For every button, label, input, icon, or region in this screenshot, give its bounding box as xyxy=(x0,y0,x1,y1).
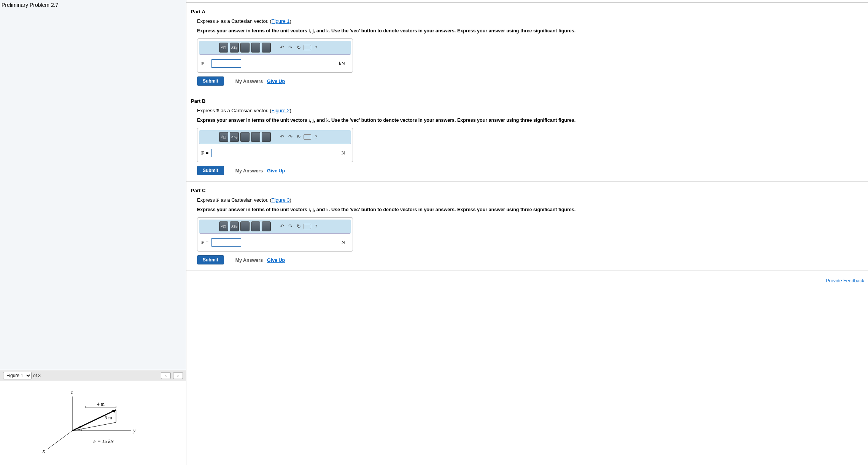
reset-icon[interactable]: ↻ xyxy=(295,43,302,53)
figure-select[interactable]: Figure 1 xyxy=(3,372,32,379)
sqrt-icon[interactable]: √▢ xyxy=(219,132,228,142)
answer-label-b: F = xyxy=(201,150,208,156)
figure-2-link[interactable]: Figure 2 xyxy=(272,108,290,113)
give-up-link-b[interactable]: Give Up xyxy=(267,168,285,174)
problem-title: Preliminary Problem 2.7 xyxy=(0,0,186,10)
tb4-icon[interactable] xyxy=(251,43,260,53)
sqrt-icon[interactable]: √▢ xyxy=(219,221,228,231)
y-axis-label: y xyxy=(132,428,136,433)
keyboard-icon[interactable] xyxy=(304,134,311,140)
my-answers-c[interactable]: My Answers xyxy=(235,258,263,263)
give-up-link-a[interactable]: Give Up xyxy=(267,79,285,84)
part-a-title: Part A xyxy=(189,7,868,18)
part-b-prompt: Express F as a Cartesian vector. (Figure… xyxy=(197,108,868,114)
answer-unit-c: N xyxy=(342,239,345,245)
right-panel: Part A Express F as a Cartesian vector. … xyxy=(186,0,868,465)
greek-icon[interactable]: ΑΣφ xyxy=(230,221,239,231)
part-b-instruction: Express your answer in terms of the unit… xyxy=(197,118,868,123)
part-b: Part B Express F as a Cartesian vector. … xyxy=(186,95,868,179)
tb3-icon[interactable] xyxy=(240,221,250,231)
equation-toolbar: √▢ ΑΣφ ↶ ↷ ↻ ? xyxy=(199,41,351,55)
part-c-instruction: Express your answer in terms of the unit… xyxy=(197,207,868,213)
svg-line-5 xyxy=(72,422,116,431)
dim-3m: 3 m xyxy=(105,415,112,420)
tb5-icon[interactable] xyxy=(262,132,271,142)
answer-input-a[interactable] xyxy=(211,59,241,68)
answer-unit-b: N xyxy=(342,150,345,156)
keyboard-icon[interactable] xyxy=(304,45,311,50)
figure-prev-button[interactable]: ‹ xyxy=(161,372,171,379)
tb3-icon[interactable] xyxy=(240,43,250,53)
x-axis-label: x xyxy=(42,448,45,454)
help-icon[interactable]: ? xyxy=(313,221,320,231)
sqrt-icon[interactable]: √▢ xyxy=(219,43,228,53)
keyboard-icon[interactable] xyxy=(304,224,311,229)
my-answers-b[interactable]: My Answers xyxy=(235,168,263,174)
answer-box-a: √▢ ΑΣφ ↶ ↷ ↻ ? F = xyxy=(197,38,353,73)
part-a: Part A Express F as a Cartesian vector. … xyxy=(186,6,868,89)
tb5-icon[interactable] xyxy=(262,221,271,231)
redo-icon[interactable]: ↷ xyxy=(287,221,294,231)
tb4-icon[interactable] xyxy=(251,132,260,142)
figure-diagram: z y x 4 m 3 m xyxy=(0,381,186,465)
left-panel: Preliminary Problem 2.7 Figure 1 of 3 ‹ … xyxy=(0,0,186,465)
submit-button-c[interactable]: Submit xyxy=(197,255,224,264)
figure-nav-bar: Figure 1 of 3 ‹ › xyxy=(0,370,186,381)
tb3-icon[interactable] xyxy=(240,132,250,142)
svg-line-2 xyxy=(48,431,72,449)
part-b-title: Part B xyxy=(189,97,868,108)
submit-button-a[interactable]: Submit xyxy=(197,76,224,86)
undo-icon[interactable]: ↶ xyxy=(278,43,285,53)
answer-unit-a: kN xyxy=(339,61,345,67)
answer-input-b[interactable] xyxy=(211,149,241,157)
answer-label-a: F = xyxy=(201,61,208,67)
redo-icon[interactable]: ↷ xyxy=(287,43,294,53)
figure-next-button[interactable]: › xyxy=(173,372,183,379)
equation-toolbar: √▢ ΑΣφ ↶ ↷ ↻ ? xyxy=(199,220,351,234)
answer-input-c[interactable] xyxy=(211,238,241,247)
tb5-icon[interactable] xyxy=(262,43,271,53)
my-answers-a[interactable]: My Answers xyxy=(235,79,263,84)
force-label: F = 15 kN xyxy=(93,438,114,444)
undo-icon[interactable]: ↶ xyxy=(278,221,285,231)
reset-icon[interactable]: ↻ xyxy=(295,221,302,231)
equation-toolbar: √▢ ΑΣφ ↶ ↷ ↻ ? xyxy=(199,130,351,144)
z-axis-label: z xyxy=(70,390,73,395)
greek-icon[interactable]: ΑΣφ xyxy=(230,132,239,142)
answer-box-b: √▢ ΑΣφ ↶ ↷ ↻ ? F = xyxy=(197,128,353,162)
part-c-title: Part C xyxy=(189,186,868,197)
answer-label-c: F = xyxy=(201,239,208,245)
redo-icon[interactable]: ↷ xyxy=(287,132,294,142)
part-c-prompt: Express F as a Cartesian vector. (Figure… xyxy=(197,197,868,203)
greek-icon[interactable]: ΑΣφ xyxy=(230,43,239,53)
dim-4m: 4 m xyxy=(97,401,105,407)
help-icon[interactable]: ? xyxy=(313,43,320,53)
figure-count: of 3 xyxy=(33,373,41,378)
reset-icon[interactable]: ↻ xyxy=(295,132,302,142)
part-c: Part C Express F as a Cartesian vector. … xyxy=(186,185,868,268)
give-up-link-c[interactable]: Give Up xyxy=(267,258,285,263)
provide-feedback-link[interactable]: Provide Feedback xyxy=(826,278,864,283)
undo-icon[interactable]: ↶ xyxy=(278,132,285,142)
answer-box-c: √▢ ΑΣφ ↶ ↷ ↻ ? F = xyxy=(197,217,353,252)
part-a-instruction: Express your answer in terms of the unit… xyxy=(197,28,868,34)
figure-3-link[interactable]: Figure 3 xyxy=(272,197,290,203)
figure-1-link[interactable]: Figure 1 xyxy=(272,18,290,24)
part-a-prompt: Express F as a Cartesian vector. (Figure… xyxy=(197,18,868,24)
tb4-icon[interactable] xyxy=(251,221,260,231)
submit-button-b[interactable]: Submit xyxy=(197,166,224,175)
help-icon[interactable]: ? xyxy=(313,132,320,142)
